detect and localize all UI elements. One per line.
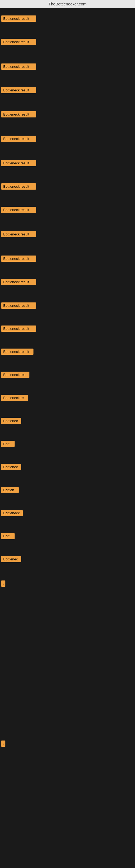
bottleneck-badge-13[interactable]: Bottleneck result <box>1 303 36 309</box>
result-row-12: Bottleneck result <box>1 279 36 286</box>
result-row-18: Bottlenec <box>1 418 21 425</box>
bottleneck-badge-4[interactable]: Bottleneck result <box>1 87 36 93</box>
bottleneck-badge-22[interactable]: Bottleneck <box>1 510 23 516</box>
bottleneck-badge-10[interactable]: Bottleneck result <box>1 231 36 237</box>
result-row-4: Bottleneck result <box>1 87 36 94</box>
site-title: TheBottlenecker.com <box>49 2 87 6</box>
result-row-19: Bott <box>1 441 14 448</box>
result-row-5: Bottleneck result <box>1 111 36 119</box>
bottleneck-badge-18[interactable]: Bottlenec <box>1 418 21 424</box>
result-row-8: Bottleneck result <box>1 183 36 191</box>
bottleneck-badge-8[interactable]: Bottleneck result <box>1 183 36 190</box>
result-row-16: Bottleneck res <box>1 372 30 379</box>
result-row-20: Bottlenec <box>1 464 21 471</box>
bottleneck-badge-6[interactable]: Bottleneck result <box>1 135 36 142</box>
result-row-7: Bottleneck result <box>1 160 36 167</box>
bottleneck-badge-12[interactable]: Bottleneck result <box>1 279 36 285</box>
result-row-2: Bottleneck result <box>1 39 36 46</box>
result-row-15: Bottleneck result <box>1 348 34 356</box>
result-row-17: Bottleneck re <box>1 395 28 402</box>
result-row-22: Bottleneck <box>1 510 23 517</box>
bottleneck-badge-25[interactable]: : <box>1 581 5 587</box>
bottleneck-badge-16[interactable]: Bottleneck res <box>1 372 30 378</box>
bottleneck-badge-19[interactable]: Bott <box>1 441 14 447</box>
result-row-11: Bottleneck result <box>1 255 36 263</box>
bottleneck-badge-20[interactable]: Bottlenec <box>1 464 21 470</box>
bottleneck-badge-23[interactable]: Bott <box>1 533 14 539</box>
result-row-1: Bottleneck result <box>1 16 36 23</box>
bottleneck-badge-21[interactable]: Bottlen <box>1 487 18 493</box>
bottleneck-badge-24[interactable]: Bottlenec <box>1 556 21 562</box>
result-row-14: Bottleneck result <box>1 326 36 333</box>
result-row-6: Bottleneck result <box>1 135 36 143</box>
result-row-25: : <box>1 581 5 588</box>
bottleneck-badge-5[interactable]: Bottleneck result <box>1 111 36 118</box>
result-row-13: Bottleneck result <box>1 303 36 310</box>
bottleneck-badge-9[interactable]: Bottleneck result <box>1 207 36 213</box>
bottleneck-badge-3[interactable]: Bottleneck result <box>1 63 36 70</box>
bottleneck-badge-11[interactable]: Bottleneck result <box>1 255 36 262</box>
result-row-10: Bottleneck result <box>1 231 36 239</box>
bottleneck-badge-14[interactable]: Bottleneck result <box>1 326 36 332</box>
result-row-24: Bottlenec <box>1 556 21 563</box>
bottleneck-badge-17[interactable]: Bottleneck re <box>1 395 28 401</box>
site-title-bar: TheBottlenecker.com <box>0 0 135 8</box>
bottleneck-badge-7[interactable]: Bottleneck result <box>1 160 36 166</box>
result-row-23: Bott <box>1 533 14 540</box>
bottleneck-badge-1[interactable]: Bottleneck result <box>1 16 36 22</box>
result-row-9: Bottleneck result <box>1 207 36 214</box>
result-row-3: Bottleneck result <box>1 63 36 71</box>
result-row-21: Bottlen <box>1 487 18 494</box>
bottleneck-badge-2[interactable]: Bottleneck result <box>1 39 36 45</box>
bottleneck-badge-26[interactable]: : <box>1 741 5 747</box>
result-row-26: : <box>1 741 5 748</box>
bottleneck-badge-15[interactable]: Bottleneck result <box>1 348 34 355</box>
